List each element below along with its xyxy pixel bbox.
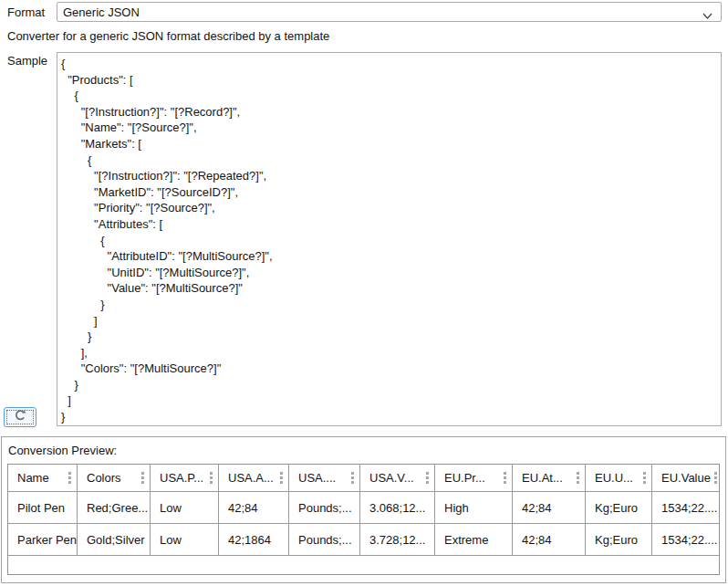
cell[interactable]: Pounds;... <box>289 524 360 555</box>
cell[interactable]: Low <box>151 492 219 523</box>
column-header-4[interactable]: USA.A... <box>219 465 289 491</box>
cell[interactable]: 42;84 <box>513 492 586 523</box>
cell[interactable]: Pounds;... <box>289 492 360 523</box>
format-label: Format <box>7 5 45 19</box>
cell[interactable]: Parker Pen <box>8 524 78 555</box>
column-header-9[interactable]: EU.U... <box>586 465 652 491</box>
cell[interactable]: 42;84 <box>219 492 289 523</box>
column-header-10[interactable]: EU.Value <box>652 465 719 491</box>
column-header-1[interactable]: Name <box>8 465 78 491</box>
chevron-down-icon <box>702 9 712 16</box>
cell[interactable]: 1534;22.... <box>652 524 719 555</box>
cell[interactable]: High <box>435 492 513 523</box>
cell[interactable]: Pilot Pen <box>8 492 78 523</box>
sample-label: Sample <box>7 54 47 68</box>
conversion-preview-title: Conversion Preview: <box>8 444 117 457</box>
column-header-3[interactable]: USA.P... <box>151 465 219 491</box>
preview-data-grid: Name Colors USA.P... USA.A... USA.... <box>7 464 720 575</box>
column-header-8[interactable]: EU.At... <box>513 465 586 491</box>
column-menu-icon[interactable] <box>426 472 429 484</box>
converter-window: Format Generic JSON Converter for a gene… <box>0 0 728 586</box>
column-menu-icon[interactable] <box>643 472 646 484</box>
cell[interactable]: Low <box>151 524 219 555</box>
column-menu-icon[interactable] <box>714 472 717 484</box>
table-row[interactable]: Pilot Pen Red;Gree... Low 42;84 Pounds;.… <box>8 492 719 524</box>
grid-header-row: Name Colors USA.P... USA.A... USA.... <box>8 465 719 492</box>
conversion-preview-group: Conversion Preview: Name Colors USA.P...… <box>1 436 726 583</box>
sample-template-editor[interactable]: { "Products": [ { "[?Instruction?]": "[?… <box>57 52 722 426</box>
column-header-7[interactable]: EU.Pr... <box>435 465 513 491</box>
table-row[interactable]: Parker Pen Gold;Silver Low 42;1864 Pound… <box>8 524 719 556</box>
cell[interactable]: Gold;Silver <box>78 524 151 555</box>
column-menu-icon[interactable] <box>210 472 213 484</box>
column-menu-icon[interactable] <box>577 472 579 484</box>
column-menu-icon[interactable] <box>68 472 71 484</box>
format-select-value: Generic JSON <box>63 5 140 19</box>
column-header-5[interactable]: USA.... <box>289 465 360 491</box>
column-menu-icon[interactable] <box>280 472 283 484</box>
cell[interactable]: Extreme <box>435 524 513 555</box>
column-menu-icon[interactable] <box>504 472 506 484</box>
column-header-2[interactable]: Colors <box>78 465 151 491</box>
cell[interactable]: 3.728;12... <box>360 524 435 555</box>
format-description: Converter for a generic JSON format desc… <box>7 29 329 43</box>
refresh-button[interactable] <box>4 407 36 427</box>
cell[interactable]: 3.068;12... <box>360 492 435 523</box>
cell[interactable]: Kg;Euro <box>586 492 652 523</box>
format-select[interactable]: Generic JSON <box>57 2 722 22</box>
focus-rect <box>6 410 34 424</box>
column-menu-icon[interactable] <box>351 472 354 484</box>
cell[interactable]: 1534;22.... <box>652 492 719 523</box>
cell[interactable]: 42;1864 <box>219 524 289 555</box>
cell[interactable]: Red;Gree... <box>78 492 151 523</box>
column-header-6[interactable]: USA.V... <box>360 465 435 491</box>
column-menu-icon[interactable] <box>141 472 144 484</box>
cell[interactable]: 42;84 <box>513 524 586 555</box>
cell[interactable]: Kg;Euro <box>586 524 652 555</box>
